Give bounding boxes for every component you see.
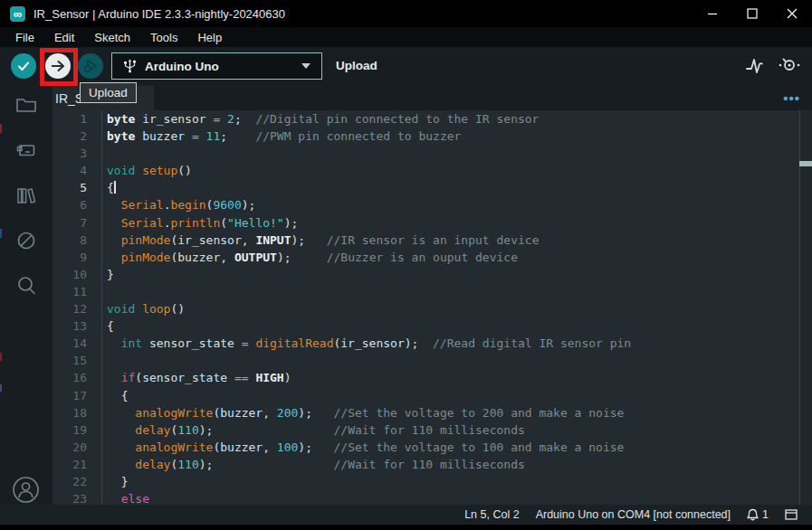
magnifier-dots-icon xyxy=(778,55,801,77)
line-number: 10 xyxy=(53,266,87,283)
window-minimize-button[interactable] xyxy=(693,0,732,27)
code-line[interactable]: 10} xyxy=(53,266,812,283)
debug-icon xyxy=(83,59,98,73)
line-number: 9 xyxy=(53,249,87,266)
code-line[interactable]: 9 pinMode(buzzer, OUTPUT); //Buzzer is a… xyxy=(53,249,812,266)
line-number: 12 xyxy=(53,300,87,317)
line-number: 7 xyxy=(53,214,87,232)
code-line[interactable]: 23 else xyxy=(53,490,812,505)
code-line[interactable]: 3 xyxy=(53,145,812,162)
line-number: 17 xyxy=(53,387,87,404)
menu-help[interactable]: Help xyxy=(187,27,232,47)
line-number: 15 xyxy=(53,352,87,369)
line-number: 23 xyxy=(53,490,87,505)
line-number: 1 xyxy=(53,110,87,128)
window-close-button[interactable] xyxy=(772,0,812,27)
arduino-logo-icon: ∞ xyxy=(10,6,25,22)
line-number: 5 xyxy=(53,179,87,196)
verify-button[interactable] xyxy=(11,53,36,79)
code-line[interactable]: 11 xyxy=(53,283,812,300)
titlebar: ∞ IR_Sensor | Arduino IDE 2.3.3-nightly-… xyxy=(0,0,812,27)
selected-board-label: Arduino Uno xyxy=(145,60,301,73)
folder-icon xyxy=(14,93,38,117)
line-number: 4 xyxy=(53,162,87,179)
cursor-position-marker xyxy=(799,161,812,166)
code-line[interactable]: 1byte ir_sensor = 2; //Digital pin conne… xyxy=(53,110,812,128)
board-connection-status[interactable]: Arduino Uno on COM4 [not connected] xyxy=(536,508,731,521)
line-number: 18 xyxy=(53,404,87,421)
serial-monitor-button[interactable] xyxy=(778,55,801,77)
code-line[interactable]: 17 { xyxy=(53,387,812,404)
code-line[interactable]: 4void setup() xyxy=(53,162,812,179)
line-number: 11 xyxy=(53,283,87,300)
toolbar: Arduino Uno Upload xyxy=(0,47,812,86)
person-icon xyxy=(12,476,40,504)
circle-slash-icon xyxy=(14,229,38,252)
code-line[interactable]: 20 analogWrite(buzzer, 100); //Set the v… xyxy=(53,439,812,456)
code-line[interactable]: 12void loop() xyxy=(53,300,812,317)
code-line[interactable]: 16 if(sensor_state == HIGH) xyxy=(53,369,812,386)
window-bottom-edge xyxy=(0,525,812,530)
desktop-edge-sliver xyxy=(0,124,2,133)
code-line[interactable]: 7 Serial.println("Hello!"); xyxy=(53,214,812,232)
menu-edit[interactable]: Edit xyxy=(44,27,84,47)
statusbar: Ln 5, Col 2 Arduino Uno on COM4 [not con… xyxy=(0,505,812,525)
sidebar-item-library-manager[interactable] xyxy=(14,184,38,207)
account-button[interactable] xyxy=(12,476,40,504)
code-line[interactable]: 22 } xyxy=(53,473,812,490)
overview-ruler[interactable] xyxy=(799,110,812,505)
usb-icon xyxy=(123,59,137,73)
activity-sidebar xyxy=(0,86,53,505)
search-icon xyxy=(14,274,38,298)
code-line[interactable]: 18 analogWrite(buzzer, 200); //Set the v… xyxy=(53,404,812,421)
menu-tools[interactable]: Tools xyxy=(140,27,187,47)
checkmark-icon xyxy=(16,59,31,73)
toggle-panel-button[interactable] xyxy=(785,509,798,520)
line-number: 20 xyxy=(53,439,87,456)
code-line[interactable]: 19 delay(110); //Wait for 110 millisecon… xyxy=(53,421,812,439)
sidebar-item-search[interactable] xyxy=(14,274,38,298)
sidebar-item-sketchbook[interactable] xyxy=(14,93,38,117)
code-line[interactable]: 6 Serial.begin(9600); xyxy=(53,196,812,213)
debug-button[interactable] xyxy=(78,53,103,79)
sidebar-item-boards-manager[interactable] xyxy=(14,138,38,162)
cursor-position-status[interactable]: Ln 5, Col 2 xyxy=(464,508,519,521)
upload-hover-label: Upload xyxy=(336,59,377,72)
line-number: 8 xyxy=(53,232,87,249)
menubar: File Edit Sketch Tools Help xyxy=(0,27,812,47)
chevron-down-icon xyxy=(301,63,310,69)
code-lines: 1byte ir_sensor = 2; //Digital pin conne… xyxy=(53,110,812,505)
text-cursor xyxy=(114,181,116,194)
line-number: 22 xyxy=(53,473,87,490)
desktop-edge-sliver xyxy=(0,229,2,238)
waveform-icon xyxy=(744,55,766,77)
line-number: 14 xyxy=(53,335,87,352)
tab-more-actions-button[interactable]: ••• xyxy=(783,86,800,110)
sidebar-item-debug[interactable] xyxy=(14,229,38,252)
menu-sketch[interactable]: Sketch xyxy=(84,27,140,47)
line-number: 19 xyxy=(53,421,87,439)
line-number: 6 xyxy=(53,196,87,213)
code-line[interactable]: 5{ xyxy=(53,179,812,196)
code-line[interactable]: 14 int sensor_state = digitalRead(ir_sen… xyxy=(53,335,812,352)
code-line[interactable]: 21 delay(110); //Wait for 110 millisecon… xyxy=(53,456,812,473)
window-maximize-button[interactable] xyxy=(732,0,772,27)
serial-plotter-button[interactable] xyxy=(744,55,766,77)
notifications-button[interactable]: 1 xyxy=(747,508,769,521)
code-editor[interactable]: 1byte ir_sensor = 2; //Digital pin conne… xyxy=(53,110,812,505)
line-number: 2 xyxy=(53,128,87,145)
board-selector-dropdown[interactable]: Arduino Uno xyxy=(111,52,322,80)
upload-tooltip: Upload xyxy=(80,82,137,103)
code-line[interactable]: 13{ xyxy=(53,317,812,335)
books-icon xyxy=(14,184,38,207)
arduino-ide-window: ∞ IR_Sensor | Arduino IDE 2.3.3-nightly-… xyxy=(0,0,812,530)
code-line[interactable]: 8 pinMode(ir_sensor, INPUT); //IR sensor… xyxy=(53,232,812,249)
tabbar: IR_Sensor.ino ••• xyxy=(53,86,812,110)
window-title: IR_Sensor | Arduino IDE 2.3.3-nightly-20… xyxy=(33,7,285,21)
code-line[interactable]: 2byte buzzer = 11; //PWM pin connected t… xyxy=(53,128,812,145)
menu-file[interactable]: File xyxy=(5,27,44,47)
code-line[interactable]: 15 xyxy=(53,352,812,369)
desktop-edge-sliver xyxy=(0,384,2,392)
line-number: 3 xyxy=(53,145,87,162)
line-number: 21 xyxy=(53,456,87,473)
